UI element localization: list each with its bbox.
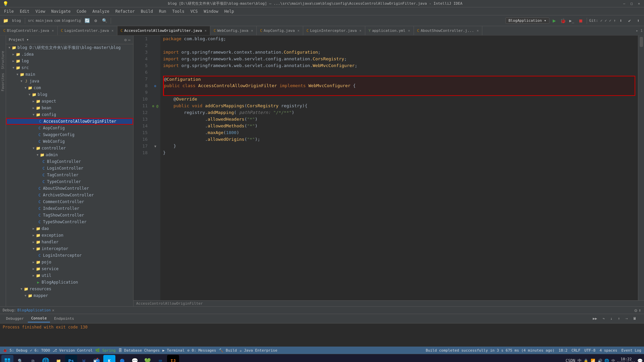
tab-endpoints[interactable]: Endpoints (51, 315, 77, 322)
tab-logininterceptor[interactable]: C LoginInterceptor.java × (303, 26, 365, 35)
tab-close[interactable]: × (52, 29, 54, 33)
toolbar-com[interactable]: com (54, 17, 61, 24)
toolbar-search[interactable]: 🔍 (101, 17, 108, 24)
tree-controller[interactable]: ▼ 📁 controller (6, 145, 133, 152)
tree-interceptor[interactable]: ▼ 📁 interceptor (6, 245, 133, 252)
status-buildtn[interactable]: 🔨 Build (219, 348, 237, 353)
status-spring[interactable]: 🌿 Spring (95, 348, 115, 353)
tree-blogapplication[interactable]: ▶ BlogApplication (6, 279, 133, 286)
stop-button[interactable]: ⏹ (577, 17, 584, 24)
toolbar-sync[interactable]: 🔄 (84, 17, 91, 24)
tray-csdn[interactable]: CSDN 中 (566, 358, 582, 362)
toolbar-settings[interactable]: ⚙ (92, 17, 100, 24)
debug-button[interactable]: 🐞 (559, 17, 567, 24)
tree-root[interactable]: ▼ 📁 blog D:\研究生文件夹\诶手项目\blog-master\blog (6, 44, 133, 51)
tree-archiveshowcontroller[interactable]: C ArchiveShowController (6, 192, 133, 198)
tree-pojo[interactable]: ▶ 📁 pojo (6, 259, 133, 265)
close-button[interactable]: ✕ (637, 1, 641, 6)
debug-app-label[interactable]: BlogApplication (17, 308, 51, 312)
run-config-selector[interactable]: BlogApplication ▾ (505, 17, 549, 24)
bottom-panel-settings[interactable]: ⚙ (634, 308, 637, 313)
tree-tagshowcontroller[interactable]: C TagShowController (6, 212, 133, 219)
tree-aboutshowcontroller[interactable]: C AboutShowController (6, 185, 133, 192)
taskbar-app7[interactable]: 💬 (129, 355, 141, 362)
tree-service[interactable]: ▶ 📁 service (6, 265, 133, 272)
tray-clock[interactable]: 18:22 2022/9/19 (617, 357, 635, 362)
menu-build[interactable]: Build (138, 8, 156, 14)
debug-resume[interactable]: ▶▶ (591, 316, 599, 321)
tray-notification[interactable]: 💬 (637, 358, 643, 362)
tree-util[interactable]: ▶ 📁 util (6, 272, 133, 279)
tab-accesscontrol[interactable]: C AccessControlAllowOriginFilter.java × (117, 26, 210, 35)
tree-typeshowcontroller[interactable]: C TypeShowController (6, 219, 133, 225)
tree-idea[interactable]: ▶ 📁 .idea (6, 51, 133, 58)
menu-analyze[interactable]: Analyze (90, 8, 112, 14)
tab-close[interactable]: × (205, 29, 207, 33)
tab-aopconfig[interactable]: C AopConfig.java × (257, 26, 303, 35)
tree-log[interactable]: ▶ 📁 log (6, 58, 133, 64)
tabs-overflow[interactable]: ▸ 1 (482, 26, 644, 35)
git-update[interactable]: ⬇ (617, 17, 625, 24)
favorites-tab[interactable]: Favorites (0, 71, 5, 93)
debug-step-over[interactable]: ↷ (601, 316, 607, 321)
git-push[interactable]: ⬆ (635, 17, 642, 24)
tree-admin[interactable]: ▼ 📁 admin (6, 152, 133, 158)
tree-aspect[interactable]: ▶ 📁 aspect (6, 98, 133, 105)
status-eventlog[interactable]: Event Log (621, 348, 641, 353)
toolbar-java[interactable]: java (45, 17, 52, 24)
tree-config[interactable]: ▼ 📁 config (6, 111, 133, 118)
tree-java[interactable]: ▼ J java (6, 78, 133, 84)
tree-webconfig[interactable]: C WebConfig (6, 138, 133, 145)
toolbar-config[interactable]: config (71, 17, 78, 24)
tree-dao[interactable]: ▶ 📁 dao (6, 225, 133, 232)
status-java-enterprise[interactable]: ☕ Java Enterprise (239, 348, 277, 353)
menu-tools[interactable]: Tools (170, 8, 187, 14)
panel-expand[interactable]: ⇔ (128, 38, 130, 42)
menu-refactor[interactable]: Refactor (113, 8, 138, 14)
menu-file[interactable]: File (1, 8, 16, 14)
tab-webconfig[interactable]: C WebConfig.java × (210, 26, 257, 35)
taskbar-photoshop[interactable]: Ps (65, 355, 77, 362)
debug-evaluate[interactable]: 🖩 (631, 316, 639, 321)
toolbar-src[interactable]: src (28, 17, 35, 24)
tree-bean[interactable]: ▶ 📁 bean (6, 105, 133, 111)
status-terminal[interactable]: ▶ Terminal (162, 348, 184, 353)
run-button[interactable]: ▶ (551, 17, 558, 24)
tree-logininterceptor[interactable]: C LoginInterceptor (6, 252, 133, 259)
tab-close[interactable]: × (477, 29, 479, 33)
tree-swaggerconfig[interactable]: C SwaggerConfig (6, 131, 133, 138)
tab-close[interactable]: × (251, 29, 253, 33)
tree-src[interactable]: ▼ 📁 src (6, 64, 133, 71)
tree-mapper[interactable]: ▼ 📁 mapper (6, 292, 133, 299)
menu-code[interactable]: Code (74, 8, 89, 14)
tree-blogcontroller[interactable]: C BlogController (6, 158, 133, 165)
tree-aopconfig[interactable]: C AopConfig (6, 125, 133, 131)
taskbar-explorer[interactable]: 📁 (52, 355, 64, 362)
maximize-button[interactable]: □ (629, 1, 634, 6)
code-container[interactable]: 1 2 3 4 5 6 7 8 9 10 11 12 13 14 15 16 1… (133, 36, 644, 300)
menu-navigate[interactable]: Navigate (49, 8, 73, 14)
tree-exception[interactable]: ▶ 📁 exception (6, 232, 133, 239)
tree-indexcontroller[interactable]: C IndexController (6, 205, 133, 212)
debug-app-close[interactable]: × (52, 308, 54, 313)
code-editor[interactable]: package com.blog.config; import org.spri… (160, 36, 638, 300)
toolbar-project-btn[interactable]: 📁 (2, 17, 9, 24)
tab-applicationyml[interactable]: Y application.yml × (365, 26, 414, 35)
taskbar-start[interactable] (1, 355, 13, 362)
toolbar-main[interactable]: main (36, 17, 44, 24)
tree-blog-pkg[interactable]: ▼ 📁 blog (6, 91, 133, 98)
tree-main[interactable]: ▼ 📁 main (6, 71, 133, 78)
tree-resources[interactable]: ▼ 📁 resources (6, 286, 133, 292)
tab-close[interactable]: × (298, 29, 300, 33)
panel-gear[interactable]: ⚙ (124, 38, 127, 42)
tree-commentcontroller[interactable]: C CommentController (6, 198, 133, 205)
taskbar-app8[interactable]: 💚 (142, 355, 154, 362)
tab-aboutshowcontroller[interactable]: C AboutShowController.j... × (414, 26, 483, 35)
debug-step-into[interactable]: ↓ (608, 316, 614, 321)
menu-help[interactable]: Help (222, 8, 237, 14)
tree-handler[interactable]: ▶ 📁 handler (6, 239, 133, 245)
tab-console[interactable]: Console (28, 315, 50, 322)
debug-step-out[interactable]: ↑ (616, 316, 622, 321)
coverage-button[interactable]: ▶̲ (568, 17, 576, 24)
tree-typecontroller[interactable]: C TypeController (6, 178, 133, 185)
